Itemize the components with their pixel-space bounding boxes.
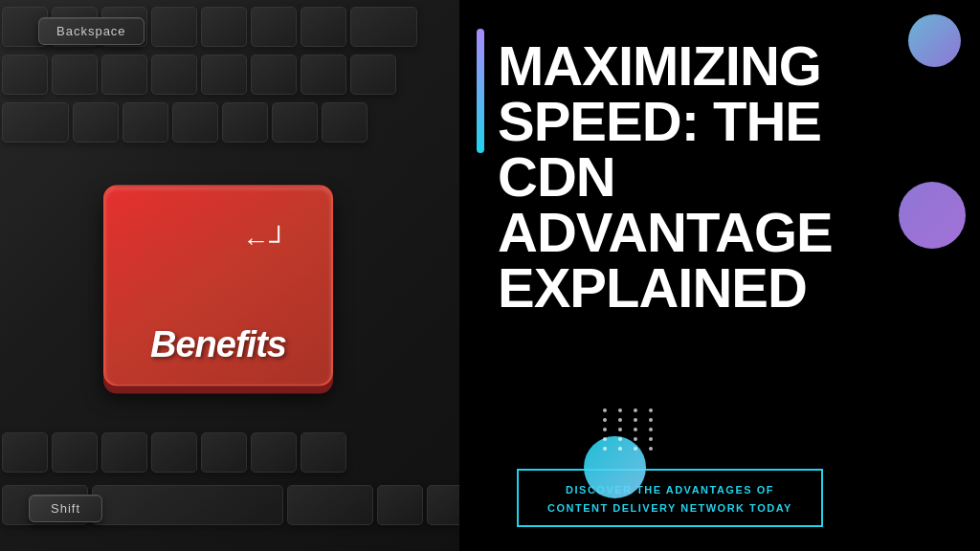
right-panel: MAXIMIZING SPEED: THE CDN ADVANTAGE EXPL… xyxy=(459,0,980,551)
circle-mid-right-decoration xyxy=(899,182,966,249)
main-title: MAXIMIZING SPEED: THE CDN ADVANTAGE EXPL… xyxy=(498,38,951,469)
left-panel: Backspace Shift ←┘ Benefits xyxy=(0,0,459,551)
key-backspace: Backspace xyxy=(38,17,145,45)
enter-arrow-icon: ←┘ xyxy=(242,226,288,256)
subtitle-text: DISCOVER THE ADVANTAGES OF CONTENT DELIV… xyxy=(547,484,792,514)
key-benefits-label: Benefits xyxy=(150,324,286,365)
gradient-bar-decoration xyxy=(477,29,484,153)
circle-top-right-decoration xyxy=(908,14,961,67)
key-benefits: ←┘ Benefits xyxy=(103,186,333,386)
subtitle-box: DISCOVER THE ADVANTAGES OF CONTENT DELIV… xyxy=(517,469,823,527)
keyboard-background: Backspace Shift ←┘ Benefits xyxy=(0,0,459,551)
dots-pattern-decoration xyxy=(603,408,658,451)
key-shift: Shift xyxy=(29,495,102,522)
